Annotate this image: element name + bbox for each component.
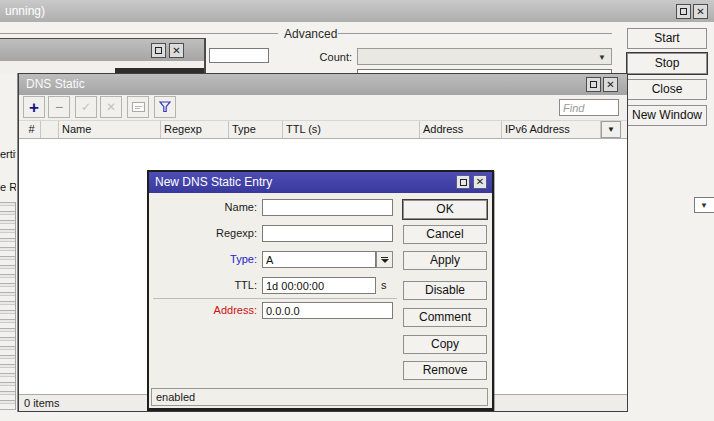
type-dropdown-button[interactable]	[376, 251, 393, 268]
address-field[interactable]	[262, 302, 393, 319]
maximize-icon	[155, 47, 162, 54]
cross-icon: ✕	[106, 101, 116, 113]
count-label: Count:	[300, 51, 352, 63]
close-icon: ✕	[606, 80, 614, 90]
combo-drop-icon	[381, 259, 389, 263]
add-entry-button[interactable]: +	[23, 96, 45, 118]
ttl-label: TTL:	[157, 277, 257, 294]
close-button[interactable]: ✕	[603, 77, 618, 92]
maximize-icon	[460, 179, 467, 186]
dialog-status-bar: enabled	[151, 388, 488, 406]
items-count: 0 items	[24, 397, 59, 409]
background-window: ✕	[0, 38, 206, 73]
left-fragment-text: e Re	[0, 181, 16, 193]
type-field[interactable]	[262, 251, 376, 268]
combo-drop-icon	[381, 257, 388, 258]
dns-static-titlebar[interactable]: DNS Static ✕	[19, 74, 627, 95]
column-header-address[interactable]: Address	[420, 121, 502, 138]
app-titlebar: unning) ✕	[0, 0, 714, 22]
chevron-down-icon: ▼	[700, 201, 708, 210]
apply-button[interactable]: Apply	[403, 251, 487, 270]
column-select-button[interactable]: ▼	[601, 121, 621, 138]
stop-button[interactable]: Stop	[627, 53, 707, 74]
maximize-button[interactable]	[586, 77, 601, 92]
name-field[interactable]	[262, 199, 393, 216]
dialog-title: New DNS Static Entry	[155, 175, 272, 189]
maximize-button[interactable]	[456, 175, 470, 189]
separator	[153, 298, 397, 299]
left-fragment-text: ertif	[0, 148, 16, 160]
close-button[interactable]: ✕	[693, 4, 708, 19]
column-header-ipv6-address[interactable]: IPv6 Address	[502, 121, 601, 138]
name-label: Name:	[157, 199, 257, 216]
ttl-unit-suffix: s	[381, 277, 387, 294]
maximize-icon	[680, 8, 687, 15]
background-window-rows	[0, 202, 16, 410]
remove-entry-button[interactable]: −	[48, 96, 70, 118]
copy-button[interactable]: Copy	[403, 335, 487, 354]
new-dns-entry-dialog: New DNS Static Entry ✕ Name: Regexp: Typ…	[147, 170, 494, 411]
comment-card-icon	[132, 102, 145, 112]
enable-entry-button[interactable]: ✓	[75, 96, 97, 118]
app-title: unning)	[5, 4, 45, 18]
ttl-field[interactable]	[262, 277, 376, 294]
advanced-group-line-left	[0, 33, 278, 34]
new-window-button[interactable]: New Window	[627, 105, 707, 126]
start-button[interactable]: Start	[627, 28, 707, 49]
comment-entry-button[interactable]	[127, 96, 149, 118]
dns-static-toolbar: + − ✓ ✕	[19, 95, 627, 121]
disable-button[interactable]: Disable	[403, 281, 487, 300]
check-icon: ✓	[81, 101, 91, 113]
background-input-fragment	[209, 48, 269, 63]
chevron-down-icon: ▼	[598, 53, 606, 62]
chevron-down-icon: ▼	[607, 125, 615, 134]
column-header-number[interactable]: #	[23, 121, 41, 138]
close-icon: ✕	[476, 177, 484, 187]
regexp-label: Regexp:	[157, 225, 257, 242]
remove-button[interactable]: Remove	[403, 361, 487, 380]
filter-button[interactable]	[154, 96, 176, 118]
background-window-titlebar: ✕	[0, 39, 204, 61]
dialog-titlebar[interactable]: New DNS Static Entry ✕	[149, 172, 492, 193]
close-icon: ✕	[172, 46, 180, 56]
column-header-type[interactable]: Type	[229, 121, 283, 138]
advanced-group-line-right	[338, 33, 612, 34]
close-button[interactable]: ✕	[169, 43, 184, 58]
comment-button[interactable]: Comment	[403, 308, 487, 327]
regexp-field[interactable]	[262, 225, 393, 242]
ok-button[interactable]: OK	[403, 200, 487, 219]
advanced-group-label: Advanced	[284, 27, 337, 41]
close-button[interactable]: ✕	[473, 175, 487, 189]
dialog-body: Name: Regexp: Type: TTL: s Address: OK C…	[149, 193, 492, 408]
minus-icon: −	[55, 100, 63, 114]
close-panel-button[interactable]: Close	[627, 79, 707, 100]
maximize-button[interactable]	[151, 43, 166, 58]
right-edge-combo-fragment: ▼	[694, 197, 714, 213]
column-header-flags[interactable]	[41, 121, 59, 138]
dns-table-header: # Name Regexp Type TTL (s) Address IPv6 …	[19, 121, 627, 139]
close-icon: ✕	[696, 7, 704, 17]
maximize-icon	[590, 81, 597, 88]
funnel-icon	[158, 100, 172, 114]
maximize-button[interactable]	[676, 4, 691, 19]
find-input[interactable]	[559, 99, 619, 116]
plus-icon: +	[29, 99, 39, 116]
column-header-regexp[interactable]: Regexp	[161, 121, 229, 138]
address-label: Address:	[157, 302, 257, 319]
column-header-ttl[interactable]: TTL (s)	[283, 121, 420, 138]
count-combobox[interactable]: ▼	[357, 48, 612, 65]
entry-status: enabled	[156, 391, 195, 403]
type-label: Type:	[157, 251, 257, 268]
column-header-name[interactable]: Name	[59, 121, 161, 138]
dns-static-title: DNS Static	[26, 77, 85, 91]
cancel-button[interactable]: Cancel	[403, 225, 487, 244]
disable-entry-button[interactable]: ✕	[100, 96, 122, 118]
